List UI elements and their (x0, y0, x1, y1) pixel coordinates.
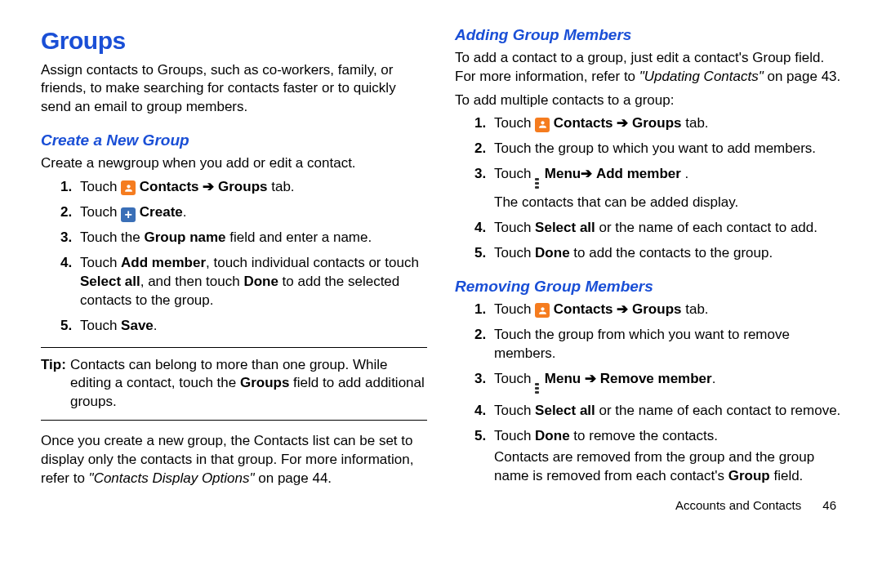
add-step-4: 4. Touch Select all or the name of each … (474, 219, 841, 238)
step-number: 5. (474, 427, 486, 446)
text: Touch (80, 204, 121, 220)
text-bold: Add member (596, 166, 681, 181)
create-note: Once you create a new group, the Contact… (41, 432, 427, 488)
step-number: 5. (60, 317, 72, 336)
text: Touch the group from which you want to r… (494, 327, 790, 361)
step-number: 2. (474, 140, 486, 158)
add-step-5: 5. Touch Done to add the contacts to the… (474, 244, 841, 263)
remove-step-1: 1. Touch Contacts ➔ Groups tab. (474, 301, 841, 319)
text-bold: Done (243, 274, 278, 289)
text: or the name of each contact to add. (595, 220, 817, 235)
tip-bold: Groups (240, 375, 289, 390)
cross-ref: "Contacts Display Options" (89, 470, 255, 486)
text: on page 43. (764, 69, 841, 84)
text-bold: Groups (632, 115, 681, 131)
step-number: 5. (474, 244, 486, 263)
text-bold: Add member (121, 255, 206, 270)
footer-page-number: 46 (822, 498, 836, 512)
text-bold: Groups (632, 301, 681, 317)
text-bold: Contacts (140, 179, 199, 194)
create-step-1: 1. Touch Contacts ➔ Groups tab. (60, 178, 427, 197)
text: . (712, 371, 716, 386)
manual-page: Groups Assign contacts to Groups, such a… (0, 0, 882, 588)
step-number: 2. (60, 203, 72, 222)
footer-section: Accounts and Contacts (675, 498, 801, 512)
contacts-icon (535, 303, 550, 318)
step-number: 3. (60, 229, 72, 247)
text: Touch (494, 428, 535, 443)
text: tab. (685, 301, 708, 317)
text-bold: Select all (80, 274, 140, 289)
text: , touch individual contacts or touch (206, 255, 419, 270)
text: to add the contacts to the group. (570, 245, 773, 261)
remove-step-4: 4. Touch Select all or the name of each … (474, 402, 841, 421)
text: Touch (494, 115, 535, 131)
page-footer: Accounts and Contacts 46 (455, 497, 841, 514)
tip-body: Contacts can belong to more than one gro… (70, 356, 427, 412)
step-number: 3. (474, 370, 486, 389)
text: or the name of each contact to remove. (595, 403, 841, 418)
text: Touch (80, 255, 121, 270)
text: tab. (271, 179, 294, 194)
arrow-icon: ➔ (203, 179, 214, 194)
text: Touch (80, 318, 121, 333)
arrow-icon: ➔ (585, 371, 596, 386)
text: . (183, 204, 187, 220)
text: on page 44. (255, 470, 332, 486)
text: Touch (494, 371, 535, 386)
text: Touch the group to which you want to add… (494, 140, 816, 156)
remove-step-2: 2. Touch the group from which you want t… (474, 326, 841, 363)
section-create-heading: Create a New Group (41, 130, 427, 151)
step-number: 3. (474, 165, 486, 184)
text: tab. (685, 115, 708, 131)
contacts-icon (121, 180, 136, 195)
text: Touch (494, 301, 535, 317)
add-step-1: 1. Touch Contacts ➔ Groups tab. (474, 114, 841, 133)
intro-text: Assign contacts to Groups, such as co-wo… (41, 61, 427, 118)
page-heading: Groups (41, 24, 427, 58)
arrow-icon: ➔ (581, 166, 592, 181)
create-step-4: 4. Touch Add member, touch individual co… (60, 254, 427, 310)
add-lead: To add a contact to a group, just edit a… (455, 49, 841, 87)
create-steps: 1. Touch Contacts ➔ Groups tab. 2. Touch… (60, 178, 427, 336)
create-step-5: 5. Touch Save. (60, 317, 427, 336)
remove-steps: 1. Touch Contacts ➔ Groups tab. 2. Touch… (474, 301, 841, 487)
text: . (681, 166, 688, 181)
text: Touch (494, 245, 535, 261)
step-number: 1. (474, 301, 486, 319)
text-bold: Group (728, 468, 770, 483)
text-bold: Save (121, 318, 154, 333)
text-bold: Select all (535, 220, 595, 235)
remove-step-5: 5. Touch Done to remove the contacts. Co… (474, 427, 841, 487)
tip-block: Tip: Contacts can belong to more than on… (41, 347, 427, 421)
step-number: 4. (60, 254, 72, 273)
text: Touch (494, 166, 535, 181)
section-add-heading: Adding Group Members (455, 24, 841, 46)
arrow-icon: ➔ (617, 115, 628, 131)
add-steps: 1. Touch Contacts ➔ Groups tab. 2. Touch… (474, 114, 841, 263)
step-number: 1. (60, 178, 72, 197)
left-column: Groups Assign contacts to Groups, such a… (41, 24, 452, 580)
step-number: 4. (474, 219, 486, 238)
text-bold: Create (140, 204, 183, 220)
step-number: 2. (474, 326, 486, 345)
text: field. (770, 468, 804, 483)
text-bold: Menu (545, 166, 581, 181)
step-number: 1. (474, 114, 486, 133)
text: Touch the (80, 229, 144, 245)
text-bold: Done (535, 428, 570, 443)
create-step-3: 3. Touch the Group name field and enter … (60, 229, 427, 247)
text-bold: Group name (144, 229, 225, 245)
text: Touch (494, 403, 535, 418)
step-subtext: The contacts that can be added display. (494, 194, 841, 212)
add-step-2: 2. Touch the group to which you want to … (474, 140, 841, 158)
text-bold: Select all (535, 403, 595, 418)
create-lead: Create a newgroup when you add or edit a… (41, 154, 427, 173)
arrow-icon: ➔ (617, 301, 628, 317)
text-bold: Done (535, 245, 570, 261)
text: Touch (80, 179, 121, 194)
text-bold: Remove member (596, 371, 712, 386)
right-column: Adding Group Members To add a contact to… (452, 24, 858, 580)
tip-label: Tip: (41, 356, 66, 375)
menu-icon (535, 381, 541, 395)
